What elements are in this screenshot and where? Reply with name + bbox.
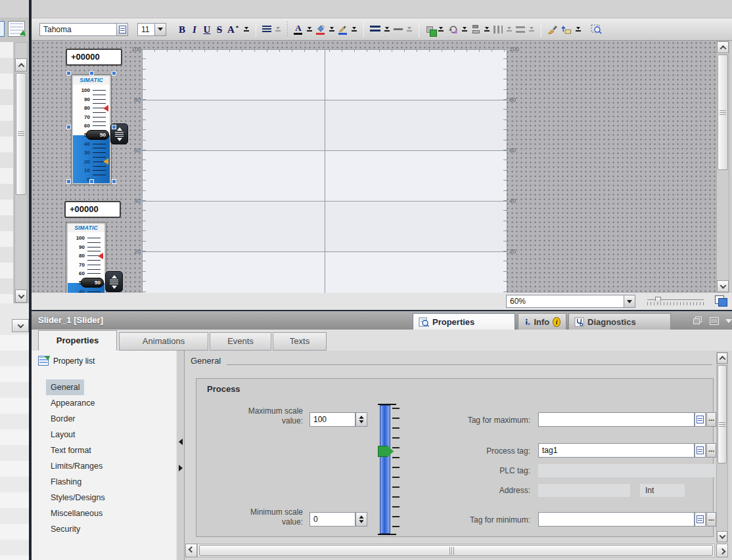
tag-max-list-button[interactable] <box>695 412 706 427</box>
io-field-bottom[interactable]: +00000 <box>64 201 121 218</box>
canvas-vscrollbar[interactable] <box>716 41 729 293</box>
line-weight-button[interactable] <box>393 22 403 37</box>
slider-updown-button-2[interactable] <box>105 271 123 292</box>
slider-widget-2[interactable]: SIMATIC 1009080706050403020100 50 <box>66 222 106 293</box>
italic-button[interactable]: I <box>189 22 200 37</box>
fill-style-button[interactable] <box>424 22 435 37</box>
zoom-area-button[interactable] <box>590 22 603 37</box>
fit-to-window-icon[interactable] <box>715 295 728 307</box>
selection-handle[interactable] <box>66 71 71 75</box>
tab-texts[interactable]: Texts <box>273 332 327 351</box>
tag-min-browse-button[interactable]: ... <box>706 512 716 527</box>
selection-handle[interactable] <box>66 125 71 129</box>
strikethrough-button[interactable]: S <box>214 22 225 37</box>
pane-splitter[interactable] <box>176 351 185 560</box>
partial-toolbar-icon[interactable] <box>0 21 5 37</box>
font-size-dropdown-stub[interactable] <box>243 27 250 32</box>
trend-view[interactable]: 10080604020 10080604020 <box>131 46 520 293</box>
pane-tab-diagnostics[interactable]: Diagnostics <box>568 313 671 331</box>
expand-right-icon[interactable] <box>179 465 183 471</box>
bold-button[interactable]: B <box>177 22 187 37</box>
scroll-up-button[interactable] <box>15 58 27 72</box>
pane-tab-properties[interactable]: Properties <box>413 313 515 331</box>
font-size-value[interactable]: 11 <box>137 23 155 36</box>
property-list-item[interactable]: Layout <box>46 427 80 442</box>
line-style-button[interactable] <box>369 22 381 37</box>
font-size-adjust-button[interactable]: A <box>227 22 240 37</box>
scrollbar-thumb[interactable] <box>718 365 727 463</box>
rotate-button[interactable] <box>447 22 459 37</box>
process-tag-input[interactable]: tag1 <box>538 443 695 458</box>
format-painter-button[interactable] <box>547 22 559 37</box>
collapse-pane-icon[interactable] <box>725 319 732 323</box>
property-list-item[interactable]: Border <box>46 411 80 427</box>
property-list-item[interactable]: General <box>46 379 84 395</box>
background-color-dropdown[interactable] <box>329 27 335 32</box>
font-color-button[interactable]: A <box>293 22 304 37</box>
property-list-item[interactable]: Miscellaneous <box>46 506 107 521</box>
scroll-down-button[interactable] <box>717 531 727 542</box>
font-color-dropdown[interactable] <box>306 27 313 32</box>
property-list-item[interactable]: Flashing <box>46 474 86 490</box>
rotate-dropdown[interactable] <box>461 27 468 32</box>
align-objects-dropdown[interactable] <box>484 27 490 32</box>
zoom-value[interactable]: 60% <box>506 295 624 308</box>
font-name-combo[interactable]: Tahoma <box>39 23 128 36</box>
underline-button[interactable]: U <box>202 22 212 37</box>
align-text-button[interactable] <box>262 22 272 37</box>
scrollbar-thumb[interactable] <box>199 545 713 556</box>
scrollbar-thumb[interactable] <box>16 73 26 195</box>
inspector-hscrollbar[interactable] <box>197 544 715 557</box>
tag-max-browse-button[interactable]: ... <box>706 412 716 427</box>
max-scale-spinner[interactable] <box>355 412 367 427</box>
slider-handle[interactable]: 50 <box>81 278 104 288</box>
scroll-right-button[interactable] <box>716 544 728 557</box>
scroll-up-button[interactable] <box>717 41 729 53</box>
match-size-dropdown[interactable] <box>528 27 535 32</box>
float-pane-icon[interactable] <box>693 316 702 325</box>
line-weight-dropdown[interactable] <box>406 27 413 32</box>
line-style-dropdown[interactable] <box>384 27 390 32</box>
tab-order-button[interactable] <box>560 22 572 37</box>
property-list-item[interactable]: Text format <box>46 442 96 458</box>
slider-handle[interactable]: 50 <box>86 130 109 140</box>
tab-events[interactable]: Events <box>210 332 271 351</box>
zoom-dropdown-button[interactable] <box>624 295 635 308</box>
tab-animations[interactable]: Animations <box>119 332 208 351</box>
scroll-down-button[interactable] <box>15 290 27 303</box>
tag-max-input[interactable] <box>538 412 695 427</box>
io-field-top[interactable]: +00000 <box>66 49 122 66</box>
screen-table-icon[interactable] <box>8 21 25 37</box>
font-size-combo[interactable]: 11 <box>137 23 166 36</box>
selection-handle[interactable] <box>112 179 116 184</box>
tab-order-dropdown[interactable] <box>575 27 582 32</box>
match-size-button[interactable] <box>515 22 526 37</box>
zoom-combo[interactable]: 60% <box>506 295 635 308</box>
collapse-left-icon[interactable] <box>179 439 183 445</box>
process-tag-browse-button[interactable]: ... <box>706 443 716 458</box>
property-list-item[interactable]: Limits/Ranges <box>46 458 107 474</box>
tag-min-list-button[interactable] <box>695 512 706 527</box>
zoom-slider[interactable] <box>647 297 704 306</box>
selection-handle[interactable] <box>89 179 94 184</box>
property-list-item[interactable]: Styles/Designs <box>46 490 110 506</box>
min-scale-spinner[interactable] <box>355 512 367 527</box>
scroll-left-button[interactable] <box>185 544 197 557</box>
inspector-vscrollbar[interactable] <box>716 352 728 542</box>
distribute-dropdown[interactable] <box>506 27 513 32</box>
property-list-item[interactable]: Appearance <box>46 395 99 411</box>
scroll-up-button[interactable] <box>717 353 727 364</box>
selection-handle[interactable] <box>66 179 71 184</box>
align-objects-button[interactable] <box>470 22 481 37</box>
tag-min-input[interactable] <box>538 512 695 527</box>
font-size-dropdown[interactable] <box>155 23 166 36</box>
scroll-down-button[interactable] <box>717 280 729 292</box>
scrollbar-thumb[interactable] <box>718 54 728 170</box>
distribute-button[interactable] <box>493 22 503 37</box>
min-scale-input[interactable]: 0 <box>309 512 355 527</box>
background-color-button[interactable] <box>315 22 326 37</box>
max-scale-input[interactable]: 100 <box>309 412 355 427</box>
tab-properties[interactable]: Properties <box>38 330 117 351</box>
border-color-button[interactable] <box>338 22 348 37</box>
process-tag-list-button[interactable] <box>695 443 706 458</box>
